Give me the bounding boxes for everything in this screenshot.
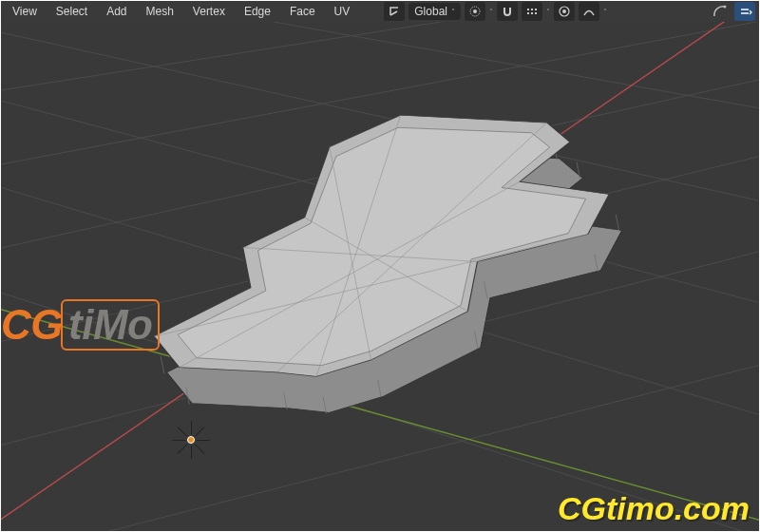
menu-face[interactable]: Face <box>282 3 323 20</box>
orientation-label: Global <box>414 5 447 18</box>
proportional-curve-dropdown[interactable] <box>579 2 599 21</box>
menu-select[interactable]: Select <box>48 3 95 20</box>
menu-vertex[interactable]: Vertex <box>185 3 233 20</box>
menu-add[interactable]: Add <box>99 3 134 20</box>
svg-rect-6 <box>531 12 533 14</box>
snap-toggle[interactable] <box>497 2 518 21</box>
transform-orientation-icon[interactable] <box>384 2 405 21</box>
snap-settings-dropdown[interactable] <box>522 2 542 21</box>
proportional-chevron-icon[interactable]: ˅ <box>603 8 607 16</box>
svg-rect-2 <box>527 9 529 10</box>
orientation-dropdown[interactable]: Global ˅ <box>408 3 461 20</box>
editor-header: View Select Add Mesh Vertex Edge Face UV… <box>1 1 759 22</box>
menu-view[interactable]: View <box>5 3 45 20</box>
svg-point-0 <box>473 10 477 13</box>
svg-point-9 <box>562 10 566 13</box>
pivot-point-dropdown[interactable] <box>465 2 485 21</box>
menu-uv[interactable]: UV <box>327 3 358 20</box>
arc-icon[interactable] <box>710 2 731 21</box>
snap-chevron-icon[interactable]: ˅ <box>546 8 550 16</box>
header-settings-dropdown[interactable] <box>734 2 755 21</box>
svg-rect-5 <box>527 12 529 14</box>
viewport-grid <box>1 22 759 531</box>
svg-rect-4 <box>535 9 537 10</box>
svg-rect-7 <box>535 12 537 14</box>
viewport-3d[interactable]: CG tiMo CGtimo.com <box>1 22 759 531</box>
menu-mesh[interactable]: Mesh <box>139 3 181 20</box>
menu-edge[interactable]: Edge <box>237 3 278 20</box>
chevron-down-icon: ˅ <box>451 8 455 16</box>
svg-rect-3 <box>531 9 533 10</box>
pivot-chevron-icon[interactable]: ˅ <box>489 8 493 16</box>
proportional-toggle[interactable] <box>554 2 575 21</box>
svg-point-10 <box>724 6 727 9</box>
